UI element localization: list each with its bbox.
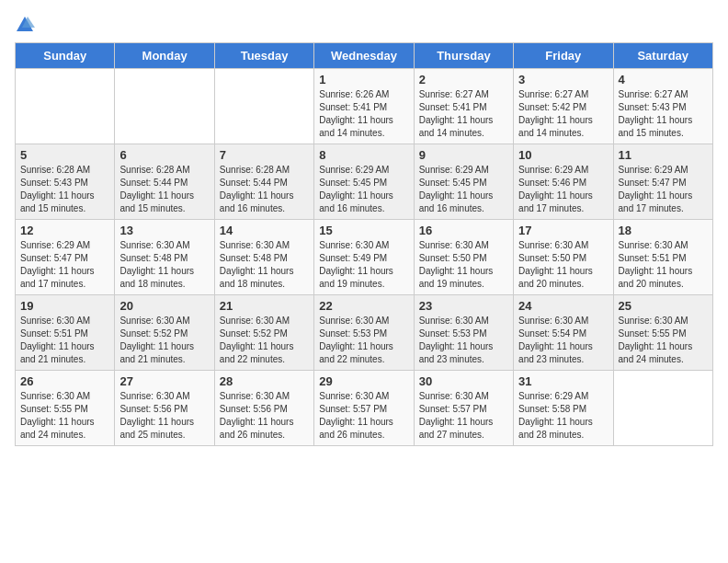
weekday-header-wednesday: Wednesday [314, 43, 414, 69]
day-detail: Sunrise: 6:28 AMSunset: 5:44 PMDaylight:… [220, 164, 309, 215]
day-detail: Sunrise: 6:30 AMSunset: 5:57 PMDaylight:… [419, 390, 508, 442]
day-detail: Sunrise: 6:28 AMSunset: 5:44 PMDaylight:… [119, 164, 209, 215]
day-number: 13 [119, 224, 209, 237]
day-detail: Sunrise: 6:30 AMSunset: 5:56 PMDaylight:… [220, 390, 309, 442]
weekday-header-row: SundayMondayTuesdayWednesdayThursdayFrid… [16, 43, 713, 69]
day-number: 7 [220, 148, 309, 162]
day-detail: Sunrise: 6:27 AMSunset: 5:43 PMDaylight:… [619, 88, 708, 140]
weekday-header-saturday: Saturday [613, 43, 712, 69]
calendar-cell: 17Sunrise: 6:30 AMSunset: 5:50 PMDayligh… [514, 220, 613, 295]
calendar-cell [115, 69, 214, 144]
day-number: 29 [319, 374, 408, 388]
day-detail: Sunrise: 6:30 AMSunset: 5:53 PMDaylight:… [319, 315, 408, 366]
calendar-week-row: 26Sunrise: 6:30 AMSunset: 5:55 PMDayligh… [16, 371, 713, 446]
calendar-cell: 13Sunrise: 6:30 AMSunset: 5:48 PMDayligh… [115, 220, 214, 295]
calendar-cell: 20Sunrise: 6:30 AMSunset: 5:52 PMDayligh… [115, 295, 214, 371]
day-detail: Sunrise: 6:29 AMSunset: 5:45 PMDaylight:… [319, 164, 408, 215]
day-detail: Sunrise: 6:27 AMSunset: 5:42 PMDaylight:… [518, 88, 608, 140]
day-number: 8 [319, 148, 408, 162]
day-number: 12 [20, 224, 109, 237]
day-number: 15 [319, 224, 408, 237]
weekday-header-friday: Friday [514, 43, 613, 69]
weekday-header-tuesday: Tuesday [214, 43, 313, 69]
day-number: 25 [619, 299, 708, 313]
weekday-header-sunday: Sunday [16, 43, 115, 69]
logo [15, 15, 35, 35]
day-number: 20 [119, 299, 209, 313]
calendar-cell: 28Sunrise: 6:30 AMSunset: 5:56 PMDayligh… [214, 371, 313, 446]
calendar-cell: 3Sunrise: 6:27 AMSunset: 5:42 PMDaylight… [514, 69, 613, 144]
calendar-cell: 19Sunrise: 6:30 AMSunset: 5:51 PMDayligh… [16, 295, 115, 371]
calendar-cell: 21Sunrise: 6:30 AMSunset: 5:52 PMDayligh… [214, 295, 313, 371]
day-number: 23 [419, 299, 508, 313]
day-detail: Sunrise: 6:30 AMSunset: 5:49 PMDaylight:… [319, 239, 408, 291]
calendar-cell: 5Sunrise: 6:28 AMSunset: 5:43 PMDaylight… [16, 144, 115, 220]
day-number: 4 [619, 73, 708, 86]
day-number: 2 [419, 73, 508, 86]
calendar-cell: 25Sunrise: 6:30 AMSunset: 5:55 PMDayligh… [613, 295, 712, 371]
calendar-cell: 26Sunrise: 6:30 AMSunset: 5:55 PMDayligh… [16, 371, 115, 446]
day-number: 21 [220, 299, 309, 313]
day-detail: Sunrise: 6:29 AMSunset: 5:47 PMDaylight:… [619, 164, 708, 215]
calendar-week-row: 5Sunrise: 6:28 AMSunset: 5:43 PMDaylight… [16, 144, 713, 220]
weekday-header-thursday: Thursday [414, 43, 513, 69]
calendar-cell [613, 371, 712, 446]
day-detail: Sunrise: 6:30 AMSunset: 5:57 PMDaylight:… [319, 390, 408, 442]
day-number: 31 [518, 374, 608, 388]
calendar-cell [214, 69, 313, 144]
logo-icon [15, 15, 35, 35]
day-number: 14 [220, 224, 309, 237]
day-detail: Sunrise: 6:27 AMSunset: 5:41 PMDaylight:… [419, 88, 508, 140]
day-number: 18 [619, 224, 708, 237]
calendar-cell: 18Sunrise: 6:30 AMSunset: 5:51 PMDayligh… [613, 220, 712, 295]
weekday-header-monday: Monday [115, 43, 214, 69]
calendar-cell: 8Sunrise: 6:29 AMSunset: 5:45 PMDaylight… [314, 144, 414, 220]
day-number: 30 [419, 374, 508, 388]
day-detail: Sunrise: 6:29 AMSunset: 5:46 PMDaylight:… [518, 164, 608, 215]
day-number: 3 [518, 73, 608, 86]
calendar-cell: 14Sunrise: 6:30 AMSunset: 5:48 PMDayligh… [214, 220, 313, 295]
day-detail: Sunrise: 6:30 AMSunset: 5:55 PMDaylight:… [20, 390, 109, 442]
day-number: 26 [20, 374, 109, 388]
day-number: 19 [20, 299, 109, 313]
day-detail: Sunrise: 6:30 AMSunset: 5:52 PMDaylight:… [119, 315, 209, 366]
calendar-cell: 7Sunrise: 6:28 AMSunset: 5:44 PMDaylight… [214, 144, 313, 220]
calendar-cell: 24Sunrise: 6:30 AMSunset: 5:54 PMDayligh… [514, 295, 613, 371]
day-detail: Sunrise: 6:30 AMSunset: 5:54 PMDaylight:… [518, 315, 608, 366]
day-number: 17 [518, 224, 608, 237]
calendar-cell: 15Sunrise: 6:30 AMSunset: 5:49 PMDayligh… [314, 220, 414, 295]
page-header [15, 15, 713, 35]
day-detail: Sunrise: 6:29 AMSunset: 5:58 PMDaylight:… [518, 390, 608, 442]
calendar-table: SundayMondayTuesdayWednesdayThursdayFrid… [15, 42, 713, 446]
day-detail: Sunrise: 6:30 AMSunset: 5:48 PMDaylight:… [119, 239, 209, 291]
day-number: 5 [20, 148, 109, 162]
calendar-cell: 23Sunrise: 6:30 AMSunset: 5:53 PMDayligh… [414, 295, 513, 371]
day-number: 28 [220, 374, 309, 388]
calendar-cell: 11Sunrise: 6:29 AMSunset: 5:47 PMDayligh… [613, 144, 712, 220]
day-detail: Sunrise: 6:30 AMSunset: 5:53 PMDaylight:… [419, 315, 508, 366]
day-number: 22 [319, 299, 408, 313]
calendar-cell: 9Sunrise: 6:29 AMSunset: 5:45 PMDaylight… [414, 144, 513, 220]
day-detail: Sunrise: 6:30 AMSunset: 5:52 PMDaylight:… [220, 315, 309, 366]
day-detail: Sunrise: 6:30 AMSunset: 5:51 PMDaylight:… [20, 315, 109, 366]
day-detail: Sunrise: 6:30 AMSunset: 5:50 PMDaylight:… [518, 239, 608, 291]
day-number: 1 [319, 73, 408, 86]
day-number: 6 [119, 148, 209, 162]
calendar-cell: 1Sunrise: 6:26 AMSunset: 5:41 PMDaylight… [314, 69, 414, 144]
calendar-cell: 29Sunrise: 6:30 AMSunset: 5:57 PMDayligh… [314, 371, 414, 446]
calendar-cell: 30Sunrise: 6:30 AMSunset: 5:57 PMDayligh… [414, 371, 513, 446]
calendar-cell: 16Sunrise: 6:30 AMSunset: 5:50 PMDayligh… [414, 220, 513, 295]
day-detail: Sunrise: 6:30 AMSunset: 5:48 PMDaylight:… [220, 239, 309, 291]
day-number: 27 [119, 374, 209, 388]
day-detail: Sunrise: 6:30 AMSunset: 5:55 PMDaylight:… [619, 315, 708, 366]
day-detail: Sunrise: 6:30 AMSunset: 5:56 PMDaylight:… [119, 390, 209, 442]
calendar-cell: 27Sunrise: 6:30 AMSunset: 5:56 PMDayligh… [115, 371, 214, 446]
day-detail: Sunrise: 6:26 AMSunset: 5:41 PMDaylight:… [319, 88, 408, 140]
day-detail: Sunrise: 6:30 AMSunset: 5:50 PMDaylight:… [419, 239, 508, 291]
day-number: 24 [518, 299, 608, 313]
day-detail: Sunrise: 6:29 AMSunset: 5:45 PMDaylight:… [419, 164, 508, 215]
calendar-cell [16, 69, 115, 144]
day-detail: Sunrise: 6:30 AMSunset: 5:51 PMDaylight:… [619, 239, 708, 291]
calendar-week-row: 1Sunrise: 6:26 AMSunset: 5:41 PMDaylight… [16, 69, 713, 144]
day-detail: Sunrise: 6:28 AMSunset: 5:43 PMDaylight:… [20, 164, 109, 215]
